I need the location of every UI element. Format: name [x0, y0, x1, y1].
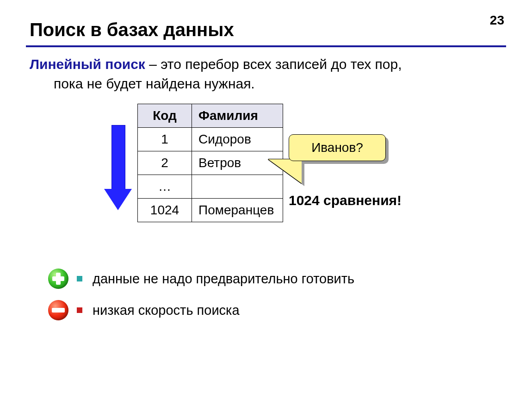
slide-title: Поиск в базах данных — [30, 19, 234, 40]
cell-name: Померанцев — [192, 199, 283, 222]
table-row: 2 Ветров — [138, 151, 283, 175]
page-number: 23 — [490, 13, 504, 28]
pro-row: данные не надо предварительно готовить — [48, 269, 354, 289]
minus-icon — [48, 300, 68, 320]
plus-icon — [48, 269, 68, 289]
table-row: … — [138, 175, 283, 199]
cell-code: 1 — [138, 128, 192, 151]
bullet-marker — [77, 276, 82, 281]
definition-line2: пока не будет найдена нужная. — [30, 74, 492, 94]
callout-tail — [268, 159, 302, 183]
slide: 23 Поиск в базах данных Линейный поиск –… — [0, 0, 532, 400]
cell-code: 2 — [138, 151, 192, 175]
callout-text: Иванов? — [311, 140, 363, 155]
comparisons-label: 1024 сравнения! — [289, 193, 402, 208]
header-name: Фамилия — [192, 104, 283, 128]
bullet-marker — [77, 307, 82, 313]
table-header-row: Код Фамилия — [138, 104, 283, 128]
table-row: 1024 Померанцев — [138, 199, 283, 222]
definition-term: Линейный поиск — [30, 56, 145, 72]
table-row: 1 Сидоров — [138, 128, 283, 151]
definition-paragraph: Линейный поиск – это перебор всех записе… — [30, 55, 492, 94]
title-rule — [26, 45, 506, 47]
callout: Иванов? — [289, 134, 395, 190]
cell-name: Сидоров — [192, 128, 283, 151]
cell-code: … — [138, 175, 192, 199]
definition-rest-line1: – это перебор всех записей до тех пор, — [145, 56, 402, 72]
down-arrow-icon — [104, 125, 132, 213]
data-table: Код Фамилия 1 Сидоров 2 Ветров … 1024 По… — [137, 104, 283, 222]
con-text: низкая скорость поиска — [93, 303, 240, 318]
cell-code: 1024 — [138, 199, 192, 222]
pro-text: данные не надо предварительно готовить — [93, 271, 354, 287]
callout-bubble: Иванов? — [289, 134, 386, 161]
header-code: Код — [138, 104, 192, 128]
con-row: низкая скорость поиска — [48, 300, 240, 320]
